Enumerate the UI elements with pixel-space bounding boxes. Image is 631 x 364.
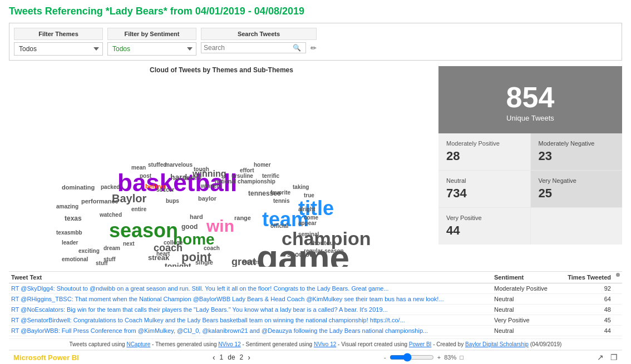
zoom-minus[interactable]: - bbox=[384, 354, 386, 361]
prev-page-arrow[interactable]: ‹ bbox=[213, 353, 215, 362]
pagination: ‹ 1 de 2 › bbox=[213, 353, 250, 362]
pencil-icon[interactable]: ✏ bbox=[310, 44, 317, 52]
sentiment-neutral: Neutral 734 bbox=[438, 171, 530, 207]
search-icon: 🔍 bbox=[293, 44, 301, 52]
baylor-link[interactable]: Baylor Digital Scholarship bbox=[465, 341, 529, 347]
word: stuffed bbox=[148, 162, 166, 168]
times-cell: 45 bbox=[566, 317, 622, 323]
word: true bbox=[304, 193, 314, 198]
word: next bbox=[123, 241, 135, 247]
word: college bbox=[164, 240, 183, 246]
sentiment-cell: Neutral bbox=[494, 296, 566, 302]
word: entire bbox=[131, 207, 146, 212]
zoom-level: 83% bbox=[444, 354, 456, 361]
word: official bbox=[270, 223, 288, 229]
unique-tweets-number: 854 bbox=[444, 83, 617, 112]
zoom-slider[interactable] bbox=[390, 353, 434, 362]
sentiment-mod-negative: Moderately Negative 23 bbox=[531, 133, 623, 170]
powerbi-link[interactable]: Microsoft Power BI bbox=[13, 353, 79, 362]
tweet-cell: RT @SenatorBirdwell: Congratulations to … bbox=[9, 317, 494, 323]
word: review bbox=[184, 175, 201, 181]
unique-tweets-box: 854 Unique Tweets bbox=[438, 66, 622, 133]
word: names bbox=[243, 260, 260, 265]
filter-theme-select[interactable]: Todos bbox=[14, 42, 103, 56]
word: tonight bbox=[165, 262, 191, 267]
footer-attribution: Tweets captured using NCapture - Themes … bbox=[9, 338, 622, 350]
sentiment-cell: Neutral bbox=[494, 327, 566, 334]
zoom-plus[interactable]: + bbox=[437, 354, 441, 361]
page-separator: de bbox=[228, 353, 235, 361]
scrollbar[interactable] bbox=[614, 272, 622, 336]
sentiment-very-positive-name: Very Positive bbox=[446, 215, 522, 221]
word: hard bbox=[190, 214, 203, 220]
table-row[interactable]: RT @BaylorWBB: Full Press Conference fro… bbox=[9, 326, 622, 336]
scroll-indicator bbox=[616, 273, 620, 277]
sentiment-very-negative-count: 25 bbox=[539, 186, 615, 201]
word: winners bbox=[201, 183, 222, 189]
sentiment-mod-positive-name: Moderately Positive bbox=[446, 140, 522, 147]
sentiment-very-positive: Very Positive 44 bbox=[438, 208, 530, 245]
word: come bbox=[304, 215, 318, 221]
filter-sentiment-select[interactable]: Todos bbox=[107, 42, 196, 56]
table-body: RT @SkyDlgg4: Shoutout to @ndwibb on a g… bbox=[9, 283, 622, 336]
filter-theme-label: Filter Themes bbox=[14, 28, 103, 40]
ncapture-link[interactable]: NCapture bbox=[126, 341, 150, 347]
sentiment-mod-negative-count: 23 bbox=[539, 149, 615, 163]
table-section: Tweet Text Sentiment Times Tweeted RT @S… bbox=[9, 271, 622, 336]
sentiment-very-negative-name: Very Negative bbox=[539, 177, 615, 184]
nvivo12-sentiment-link[interactable]: NVivo 12 bbox=[314, 341, 336, 347]
table-header: Tweet Text Sentiment Times Tweeted bbox=[9, 272, 622, 283]
search-group: Search Tweets 🔍 ✏ bbox=[201, 28, 317, 53]
table-row[interactable]: RT @RHiggins_TBSC: That moment when the … bbox=[9, 294, 622, 305]
powerbi-report-link[interactable]: Power BI bbox=[409, 341, 432, 347]
word: mean bbox=[131, 165, 146, 171]
search-input[interactable] bbox=[204, 44, 293, 52]
content-area: Cloud of Tweets by Themes and Sub-Themes… bbox=[9, 66, 622, 267]
sentiment-mod-negative-name: Moderately Negative bbox=[539, 140, 615, 147]
sentiment-neutral-name: Neutral bbox=[446, 177, 522, 184]
tweet-cell: RT @SkyDlgg4: Shoutout to @ndwibb on a g… bbox=[9, 285, 494, 292]
word: texas bbox=[65, 215, 82, 222]
sentiment-mod-positive-count: 28 bbox=[446, 149, 522, 163]
tweet-cell: RT @RHiggins_TBSC: That moment when the … bbox=[9, 296, 494, 302]
search-wrapper: 🔍 bbox=[201, 42, 306, 53]
fit-screen-icon[interactable]: □ bbox=[460, 354, 464, 361]
word: dominating bbox=[62, 185, 95, 191]
word: baylor bbox=[198, 196, 216, 202]
word: coach bbox=[204, 246, 220, 251]
word: stuff bbox=[96, 261, 108, 266]
word: national championship bbox=[215, 179, 275, 185]
sentiment-grid: Moderately Positive 28 Moderately Negati… bbox=[438, 133, 622, 245]
page-current: 1 bbox=[220, 353, 224, 361]
sentiment-cell: Neutral bbox=[494, 306, 566, 313]
word: texasmbb bbox=[56, 230, 82, 236]
times-cell: 44 bbox=[566, 327, 622, 334]
nvivo12-themes-link[interactable]: NVivo 12 bbox=[218, 341, 240, 347]
word: regular-season bbox=[304, 248, 344, 254]
table-row[interactable]: RT @NoEscalators: Big win for the team t… bbox=[9, 305, 622, 315]
word: post bbox=[140, 173, 151, 179]
word: taking bbox=[293, 185, 309, 190]
sentiment-mod-positive: Moderately Positive 28 bbox=[438, 133, 530, 170]
word: single bbox=[195, 260, 213, 266]
page-title: Tweets Referencing *Lady Bears* from 04/… bbox=[9, 6, 622, 17]
word: shoutout bbox=[309, 240, 336, 246]
share-icon[interactable]: ↗ bbox=[597, 353, 604, 362]
bottom-icons: ↗ ❐ bbox=[597, 353, 618, 362]
wordcloud-container: championshipgamenationaltitleteamchampio… bbox=[9, 76, 434, 267]
table-row[interactable]: RT @SkyDlgg4: Shoutout to @ndwibb on a g… bbox=[9, 283, 622, 294]
expand-icon[interactable]: ❐ bbox=[610, 353, 618, 362]
word: bups bbox=[166, 198, 179, 204]
word: win bbox=[206, 218, 234, 235]
word: appear bbox=[298, 221, 317, 226]
tweet-cell: RT @BaylorWBB: Full Press Conference fro… bbox=[9, 327, 494, 334]
sentiment-empty bbox=[531, 208, 623, 245]
search-label: Search Tweets bbox=[201, 28, 317, 40]
times-cell: 64 bbox=[566, 296, 622, 302]
word: tennis bbox=[273, 198, 289, 204]
next-page-arrow[interactable]: › bbox=[248, 353, 250, 362]
filter-sentiment-group: Filter by Sentiment Todos bbox=[107, 28, 196, 56]
table-row[interactable]: RT @SenatorBirdwell: Congratulations to … bbox=[9, 315, 622, 326]
word: packed bbox=[101, 185, 120, 190]
wordcloud-section: Cloud of Tweets by Themes and Sub-Themes… bbox=[9, 66, 434, 267]
